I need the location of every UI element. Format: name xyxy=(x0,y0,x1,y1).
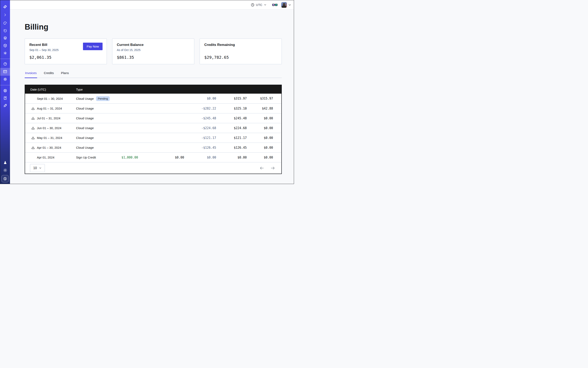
download-invoice-icon[interactable] xyxy=(31,107,35,110)
invoice-date: Sept 01 – 30, 2024 xyxy=(37,97,63,100)
column-header: Subtotal xyxy=(216,88,247,91)
credit-usage-value: -$121.17 xyxy=(184,136,216,140)
subtotal-value: $0.00 xyxy=(216,156,247,159)
history-timer-icon[interactable] xyxy=(0,27,10,34)
reader-glasses-icon[interactable] xyxy=(272,3,278,7)
chevron-down-icon xyxy=(288,3,291,6)
credit-usage-value: -$282.22 xyxy=(184,107,216,110)
subtotal-value: $315.97 xyxy=(216,97,247,100)
support-life-ring-icon[interactable] xyxy=(0,87,10,94)
chevron-down-icon xyxy=(39,167,42,169)
recent-bill-amount: $2,061.35 xyxy=(29,55,102,60)
date-cell: Apr 01 – 30, 2024 xyxy=(25,146,76,149)
timezone-selector[interactable]: UTC xyxy=(251,3,266,7)
credits-remaining-amount: $29,782.65 xyxy=(204,55,277,60)
type-cell: Cloud Usage xyxy=(76,136,117,139)
clock-icon xyxy=(251,3,254,7)
next-page-button[interactable] xyxy=(270,166,275,171)
page-size-select[interactable]: 10 xyxy=(30,164,45,172)
credit-usage-value: -$224.68 xyxy=(184,126,216,130)
rocket-icon[interactable] xyxy=(0,102,10,109)
date-cell: Jun 01 – 30, 2024 xyxy=(25,126,76,130)
invoice-date: Apr 01, 2024 xyxy=(37,156,54,159)
credit-usage-value: $0.00 xyxy=(184,97,216,100)
chevron-down-icon xyxy=(264,3,266,6)
table-row: Jul 01 – 31, 2024 Cloud Usage -$245.48 $… xyxy=(25,113,281,123)
download-invoice-icon[interactable] xyxy=(31,117,35,120)
invoice-type: Cloud Usage xyxy=(76,117,94,120)
column-header: Credit Granted xyxy=(117,86,138,93)
invoice-type: Sign Up Credit xyxy=(76,156,96,159)
table-row: Apr 01 – 30, 2024 Cloud Usage -$126.45 $… xyxy=(25,143,281,152)
type-cell: Cloud Usage xyxy=(76,146,117,149)
column-header: Date (UTC) xyxy=(25,88,76,91)
type-cell: Cloud Usage xyxy=(76,117,117,120)
subtotal-value: $126.45 xyxy=(216,146,247,149)
download-invoice-icon[interactable] xyxy=(31,126,35,130)
download-invoice-icon[interactable] xyxy=(31,136,35,140)
card-title: Credits Remaining xyxy=(204,43,277,47)
orbit-logo-icon[interactable] xyxy=(0,3,10,10)
main-content: Billing Recent Bill Sep 01 – Sep 30, 202… xyxy=(10,9,294,184)
invoice-date: Apr 01 – 30, 2024 xyxy=(37,146,61,149)
date-cell: Sept 01 – 30, 2024 xyxy=(25,97,76,100)
invoices-table: Date (UTC) Type Credit Granted Credit Pu… xyxy=(25,85,282,174)
subtotal-value: $325.10 xyxy=(216,107,247,110)
user-avatar[interactable] xyxy=(281,2,287,8)
card-subtitle: As of Oct 15, 2025 xyxy=(117,48,190,52)
settings-gear-icon[interactable] xyxy=(0,75,10,83)
date-cell: Jul 01 – 31, 2024 xyxy=(25,117,76,120)
column-header: Balance Due xyxy=(247,88,273,91)
usage-gauge-icon[interactable] xyxy=(0,60,10,67)
tab-credits[interactable]: Credits xyxy=(44,71,54,78)
balance-due-value: $42.88 xyxy=(247,107,273,110)
summary-cards: Recent Bill Sep 01 – Sep 30, 2025 $2,061… xyxy=(25,38,282,64)
cube-icon[interactable] xyxy=(0,42,10,49)
spiral-icon[interactable] xyxy=(0,19,10,27)
table-body: Sept 01 – 30, 2024 Cloud Usage Pending $… xyxy=(25,94,281,162)
table-header: Date (UTC) Type Credit Granted Credit Pu… xyxy=(25,85,281,94)
docs-book-sparkle-icon[interactable] xyxy=(0,94,10,101)
tab-plans[interactable]: Plans xyxy=(61,71,69,78)
sidebar-item-billing[interactable] xyxy=(0,68,10,75)
table-row: Jun 01 – 30, 2024 Cloud Usage -$224.68 $… xyxy=(25,123,281,133)
asterisk-icon[interactable] xyxy=(0,49,10,57)
expand-sidebar-chevron-right-icon[interactable] xyxy=(0,11,10,18)
tab-invoices[interactable]: Invoices xyxy=(25,71,37,78)
current-balance-card: Current Balance As of Oct 15, 2025 $861.… xyxy=(112,38,194,64)
subtotal-value: $224.68 xyxy=(216,126,247,130)
type-cell: Cloud Usage xyxy=(76,126,117,130)
table-row: Sept 01 – 30, 2024 Cloud Usage Pending $… xyxy=(25,94,281,103)
theme-sun-icon[interactable] xyxy=(0,166,10,174)
download-invoice-icon[interactable] xyxy=(31,146,35,149)
app-window: UTC Billing Recent Bill Sep 0 xyxy=(0,0,294,184)
invoice-date: May 01 – 31, 2024 xyxy=(37,136,62,139)
previous-page-button[interactable] xyxy=(259,166,264,171)
date-cell: Aug 01 – 31, 2024 xyxy=(25,107,76,110)
labs-flask-icon[interactable] xyxy=(0,159,10,166)
sidebar-divider xyxy=(0,59,10,59)
current-balance-amount: $861.35 xyxy=(117,55,190,60)
timezone-label: UTC xyxy=(256,3,262,7)
table-row: Apr 01, 2024 Sign Up Credit $1,000.00 $0… xyxy=(25,152,281,162)
table-row: May 01 – 31, 2024 Cloud Usage -$121.17 $… xyxy=(25,133,281,143)
card-subtitle xyxy=(204,48,277,52)
credit-usage-value: -$126.45 xyxy=(184,146,216,149)
subtotal-value: $121.17 xyxy=(216,136,247,140)
account-menu[interactable] xyxy=(281,2,291,8)
card-title: Current Balance xyxy=(117,43,190,47)
credits-dollar-badge-button[interactable] xyxy=(1,175,9,182)
layers-icon[interactable] xyxy=(0,34,10,42)
balance-due-value: $0.00 xyxy=(247,156,273,159)
credit-usage-value: -$245.48 xyxy=(184,117,216,120)
column-header: Credit Purchase Amount xyxy=(138,88,184,91)
invoice-type: Cloud Usage xyxy=(76,126,94,130)
column-header: Credit Usage xyxy=(184,88,216,91)
credit-usage-value: $0.00 xyxy=(184,156,216,159)
page-title: Billing xyxy=(25,23,282,31)
invoice-date: Jul 01 – 31, 2024 xyxy=(37,117,60,120)
invoice-type: Cloud Usage xyxy=(76,146,94,149)
invoice-type: Cloud Usage xyxy=(76,97,94,100)
sidebar xyxy=(0,0,10,184)
pay-now-button[interactable]: Pay Now xyxy=(83,43,103,50)
